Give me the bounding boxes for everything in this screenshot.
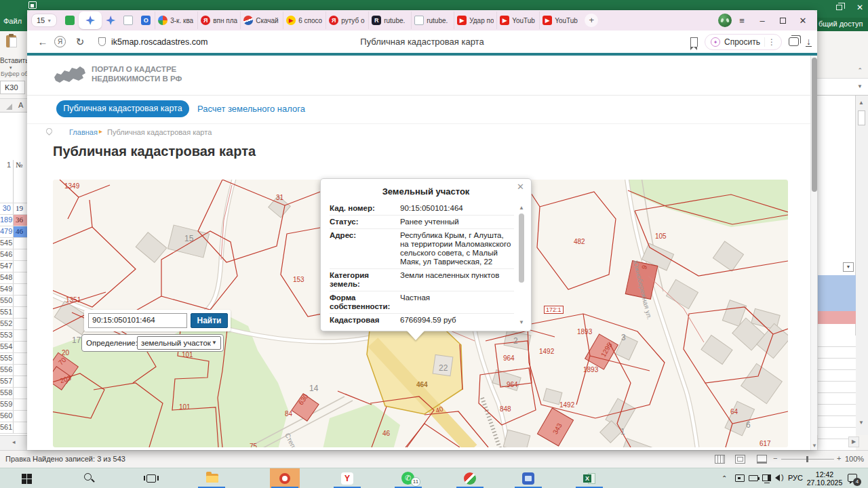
excel-row-547[interactable]: 547	[0, 261, 27, 272]
cell-value[interactable]	[14, 249, 27, 260]
back-icon[interactable]: ←	[34, 36, 52, 47]
cell-value[interactable]	[14, 272, 27, 283]
cell-value[interactable]	[14, 353, 27, 364]
page-scroll-thumb[interactable]	[812, 58, 817, 192]
row-header[interactable]: 553	[0, 330, 14, 341]
start-button-icon[interactable]	[22, 474, 32, 484]
page-scrollbar[interactable]: ▼	[810, 56, 817, 450]
excel-save-icon[interactable]	[28, 1, 37, 9]
yandex-home-icon[interactable]: Я	[54, 36, 66, 47]
row-header[interactable]: 1	[0, 160, 14, 203]
cell-value[interactable]	[14, 365, 27, 375]
opera-icon[interactable]	[279, 473, 290, 484]
cell-value[interactable]	[14, 307, 27, 318]
popup-close-icon[interactable]: ✕	[517, 182, 524, 192]
paste-button[interactable]: Вставить	[0, 57, 27, 64]
cell-value[interactable]	[14, 376, 27, 387]
excel-name-box[interactable]: K30	[0, 81, 25, 94]
popup-scrollbar[interactable]: ▲ ▼	[517, 205, 526, 325]
excel-row-553[interactable]: 553	[0, 330, 27, 342]
clock[interactable]: 12:42 27.10.2025	[806, 470, 844, 487]
zoom-in-button[interactable]: +	[837, 454, 841, 462]
tab-colors-app[interactable]: 3-к. ква	[155, 12, 197, 29]
scroll-down-icon[interactable]: ▼	[812, 443, 817, 449]
excel-row-556[interactable]: 556	[0, 365, 27, 376]
scroll-left-icon[interactable]: ◂	[12, 439, 16, 445]
row-header[interactable]: 554	[0, 342, 14, 352]
cadastral-search-input[interactable]: 90:15:050101:464	[88, 313, 187, 328]
shield-icon[interactable]	[98, 37, 106, 46]
row-header[interactable]: 558	[0, 388, 14, 399]
language-indicator[interactable]: РУС	[788, 474, 803, 482]
row-header[interactable]: 549	[0, 284, 14, 295]
blue-app-icon[interactable]	[522, 472, 534, 485]
tab-sparkle-app-2[interactable]	[102, 12, 119, 29]
taskbar-search-icon[interactable]	[84, 473, 92, 481]
excel-file-tab[interactable]: Файл	[3, 17, 22, 25]
display-tray-icon[interactable]	[735, 474, 745, 482]
excel-row-479[interactable]: 47946	[0, 226, 27, 238]
excel-formula-bar[interactable]: ▼	[817, 78, 868, 96]
scroll-up-icon[interactable]: ▲	[519, 205, 524, 211]
zoom-percent[interactable]: 100%	[845, 455, 864, 463]
more-options-icon[interactable]: ⋮	[764, 37, 776, 47]
opera-active-tile[interactable]	[270, 468, 300, 488]
excel-row-554[interactable]: 554	[0, 342, 27, 353]
red-green-app-icon[interactable]	[464, 472, 476, 485]
maximize-icon[interactable]	[772, 16, 793, 26]
excel-vscrollbar[interactable]: ▲ ▼	[856, 96, 868, 435]
tab-land-tax-link[interactable]: Расчет земельного налога	[197, 104, 305, 114]
cell-value[interactable]	[14, 284, 27, 295]
ribbon-collapse-icon[interactable]: ⌃	[857, 67, 863, 74]
cell-value[interactable]	[14, 261, 27, 272]
cell-value[interactable]	[14, 422, 27, 433]
row-header[interactable]: 561	[0, 422, 14, 433]
cell-value[interactable]	[14, 411, 27, 422]
cell-value[interactable]	[14, 342, 27, 352]
cell-value[interactable]	[14, 399, 27, 410]
battery-icon[interactable]	[749, 475, 758, 481]
tab-sparkle-app[interactable]	[79, 12, 102, 29]
tab-document[interactable]: rutube.	[411, 12, 454, 29]
tab-youtube[interactable]: ▶YouTub	[539, 12, 582, 29]
excel-row-548[interactable]: 548	[0, 272, 27, 284]
excel-row-549[interactable]: 549	[0, 284, 27, 296]
row-header[interactable]: 552	[0, 319, 14, 329]
task-view-icon[interactable]	[146, 474, 156, 483]
excel-close-icon[interactable]: ✕	[856, 3, 863, 12]
reload-icon[interactable]: ↻	[71, 36, 89, 48]
excel-row-30[interactable]: 3019	[0, 203, 27, 215]
row-header[interactable]: 547	[0, 261, 14, 272]
cell-value[interactable]: №	[14, 160, 27, 203]
ask-ai-button[interactable]: ✦ Спросить ⋮	[705, 34, 782, 50]
bookmark-icon[interactable]	[690, 37, 698, 47]
excel-taskbar-icon[interactable]: X	[583, 472, 595, 485]
breadcrumb-home-link[interactable]: Главная	[69, 128, 98, 136]
tray-expand-icon[interactable]: ⌃	[722, 474, 727, 482]
excel-sheet-right[interactable]: ▼	[817, 96, 856, 435]
row-header[interactable]: 557	[0, 376, 14, 387]
excel-hscroll[interactable]: ◂	[0, 435, 27, 450]
definition-select[interactable]: земельный участок ▼	[137, 336, 221, 350]
excel-restore-icon[interactable]	[836, 5, 842, 10]
tab-yandex-red[interactable]: Явпн пла	[197, 12, 240, 29]
speaker-icon[interactable]	[775, 474, 780, 481]
new-tab-button[interactable]: +	[585, 14, 598, 27]
formula-dropdown-icon[interactable]: ▼	[857, 83, 863, 89]
excel-row-552[interactable]: 552	[0, 319, 27, 330]
tab-groups-icon[interactable]	[789, 37, 799, 46]
scroll-down-icon[interactable]: ▼	[519, 319, 524, 325]
excel-row-550[interactable]: 550	[0, 296, 27, 307]
tab-public-cadastral-map[interactable]: Публичная кадастровая карта	[56, 100, 189, 117]
row-header[interactable]: 560	[0, 411, 14, 422]
excel-row-559[interactable]: 559	[0, 399, 27, 411]
cell-value[interactable]: 36	[14, 215, 27, 226]
row-header[interactable]: 479	[0, 226, 14, 237]
zoom-slider-thumb[interactable]	[806, 456, 808, 462]
cell-value[interactable]	[14, 238, 27, 249]
minimize-icon[interactable]: –	[752, 16, 772, 26]
view-layout-icon[interactable]	[735, 455, 745, 464]
file-explorer-icon[interactable]	[206, 474, 218, 483]
row-header[interactable]: 548	[0, 272, 14, 283]
excel-row-558[interactable]: 558	[0, 388, 27, 399]
